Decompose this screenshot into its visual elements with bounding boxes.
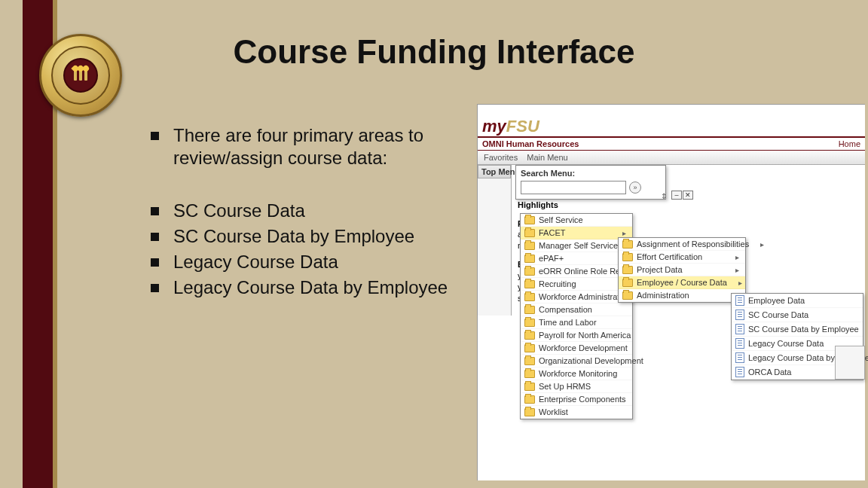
menu2-item[interactable]: Effort Certification▸ <box>619 251 745 264</box>
menu-level-1: Self Service FACET▸ Manager Self Service… <box>520 213 633 419</box>
top-menu-label[interactable]: Top Menu <box>478 165 511 178</box>
folder-icon <box>622 253 633 261</box>
folder-icon <box>524 319 535 327</box>
search-go-icon[interactable]: » <box>629 181 641 194</box>
bullet-item-2: SC Course Data by Employee <box>151 225 452 248</box>
bullet-item-1: SC Course Data <box>151 200 452 222</box>
document-icon <box>735 338 744 349</box>
home-link[interactable]: Home <box>839 139 860 148</box>
folder-icon <box>524 267 535 276</box>
menu1-item[interactable]: Workforce Monitoring <box>521 368 632 380</box>
screenshot-panel: myFSU OMNI Human Resources Home Favorite… <box>477 104 865 480</box>
menu3-item[interactable]: SC Course Data <box>732 308 863 322</box>
document-icon <box>735 295 744 306</box>
folder-icon <box>524 255 535 263</box>
search-input[interactable] <box>521 181 626 194</box>
menu1-item[interactable]: Recruiting <box>521 278 632 291</box>
resize-handle-icon[interactable]: ⇕ <box>661 192 667 200</box>
menu1-item[interactable]: Enterprise Components <box>521 393 632 406</box>
menu1-item[interactable]: eORR Online Role Reques <box>521 265 632 278</box>
search-menu-label: Search Menu: <box>516 166 665 178</box>
folder-icon <box>622 291 633 300</box>
folder-icon <box>524 293 535 301</box>
menu2-item[interactable]: Project Data▸ <box>619 264 745 276</box>
chevron-right-icon: ▸ <box>728 266 739 274</box>
folder-icon <box>524 395 535 404</box>
menu-level-2: Assignment of Responsibilities▸ Effort C… <box>618 237 746 303</box>
omni-title: OMNI Human Resources <box>482 139 579 148</box>
folder-icon <box>524 242 535 250</box>
tab-favorites[interactable]: Favorites <box>484 153 518 162</box>
folder-icon <box>524 344 535 352</box>
folder-icon <box>524 216 535 224</box>
close-icon[interactable]: ✕ <box>683 191 693 200</box>
document-icon <box>735 310 744 320</box>
menu3-item[interactable]: SC Course Data by Employee <box>732 322 863 337</box>
bullet-item-4: Legacy Course Data by Employee <box>151 276 452 299</box>
folder-icon <box>524 331 535 340</box>
slide-title: Course Funding Interface <box>0 33 868 71</box>
logo-my: my <box>482 117 506 136</box>
folder-icon <box>524 408 535 416</box>
chevron-right-icon: ▸ <box>615 229 626 237</box>
myfsu-logo: myFSU <box>482 117 539 136</box>
folder-icon <box>524 370 535 378</box>
document-icon <box>735 367 744 377</box>
menu1-item[interactable]: Set Up HRMS <box>521 380 632 393</box>
bullet-intro: There are four primary areas to review/a… <box>151 124 452 169</box>
menu1-item[interactable]: Worklist <box>521 406 632 419</box>
minimize-icon[interactable]: – <box>671 191 682 200</box>
chevron-right-icon: ▸ <box>731 279 742 287</box>
folder-icon <box>622 279 633 287</box>
folder-icon <box>524 357 535 365</box>
menu1-item[interactable]: Workforce Administration <box>521 291 632 303</box>
logo-fsu: FSU <box>506 117 539 136</box>
document-icon <box>735 352 744 363</box>
folder-icon <box>524 280 535 288</box>
menu1-item[interactable]: Compensation <box>521 303 632 316</box>
menu2-item[interactable]: Administration▸ <box>619 289 745 302</box>
menu1-item-facet[interactable]: FACET▸ <box>521 227 632 239</box>
menu3-item[interactable]: Employee Data <box>732 294 863 308</box>
folder-icon <box>524 229 535 237</box>
document-icon <box>735 324 744 334</box>
chevron-right-icon: ▸ <box>728 253 739 261</box>
folder-icon <box>524 383 535 391</box>
menu1-item[interactable]: Payroll for North America <box>521 329 632 342</box>
folder-icon <box>622 266 633 274</box>
search-menu-popup: Search Menu: » <box>515 165 666 200</box>
chevron-right-icon: ▸ <box>753 240 764 249</box>
collapsed-panel <box>835 346 865 380</box>
folder-icon <box>622 240 633 249</box>
menu1-item[interactable]: ePAF+ <box>521 252 632 265</box>
menu2-item[interactable]: Assignment of Responsibilities▸ <box>619 238 745 251</box>
bullet-list: There are four primary areas to review/a… <box>151 124 452 322</box>
menu1-item[interactable]: Manager Self Service <box>521 239 632 252</box>
tab-main-menu[interactable]: Main Menu <box>527 153 567 162</box>
menu1-item[interactable]: Time and Labor <box>521 316 632 329</box>
omni-bar: OMNI Human Resources Home <box>478 136 865 151</box>
bullet-item-3: Legacy Course Data <box>151 251 452 273</box>
menu2-item-employee-course-data[interactable]: Employee / Course Data▸ <box>619 276 745 289</box>
menu1-item[interactable]: Self Service <box>521 214 632 227</box>
folder-icon <box>524 306 535 314</box>
menu1-item[interactable]: Organizational Development <box>521 355 632 368</box>
nav-tabs: Favorites Main Menu <box>478 151 865 165</box>
menu1-item[interactable]: Workforce Development <box>521 342 632 355</box>
